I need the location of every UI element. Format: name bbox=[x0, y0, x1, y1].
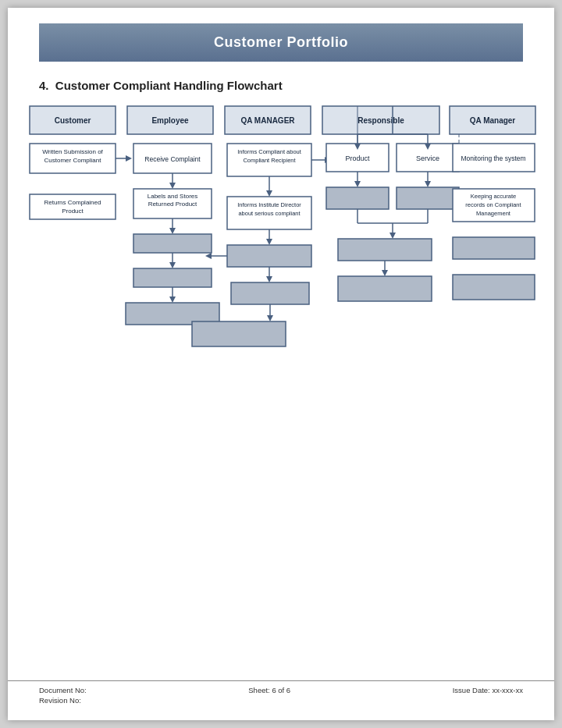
footer-left: Document No: Revision No: bbox=[39, 686, 87, 705]
svg-text:Keeping accurate: Keeping accurate bbox=[470, 193, 515, 200]
svg-rect-80 bbox=[338, 276, 432, 301]
svg-text:Responsible: Responsible bbox=[357, 116, 404, 125]
svg-text:Product: Product bbox=[62, 208, 84, 215]
sheet-label: Sheet: 6 of 6 bbox=[248, 686, 290, 694]
page: Customer Portfolio 4. Customer Compliant… bbox=[8, 8, 554, 720]
svg-text:Employee: Employee bbox=[151, 116, 189, 125]
svg-text:Informs Compliant about: Informs Compliant about bbox=[237, 148, 302, 155]
svg-text:Customer: Customer bbox=[54, 116, 91, 125]
svg-text:Management: Management bbox=[476, 210, 511, 217]
svg-marker-76 bbox=[389, 233, 396, 239]
flowchart-svg: Customer Employee QA MANAGER Responsible… bbox=[22, 105, 541, 362]
svg-text:Returns Complained: Returns Complained bbox=[44, 199, 101, 206]
svg-rect-54 bbox=[192, 321, 286, 346]
doc-no-label: Document No: bbox=[39, 686, 87, 694]
svg-text:Receive Complaint: Receive Complaint bbox=[144, 155, 201, 163]
header-title: Customer Portfolio bbox=[214, 34, 348, 50]
svg-text:QA MANAGER: QA MANAGER bbox=[240, 116, 295, 125]
revision-label: Revision No: bbox=[39, 696, 87, 705]
footer-center: Sheet: 6 of 6 bbox=[248, 686, 290, 705]
header-banner: Customer Portfolio bbox=[39, 23, 523, 62]
svg-marker-67 bbox=[354, 181, 361, 187]
svg-marker-70 bbox=[425, 181, 431, 187]
svg-marker-26 bbox=[169, 228, 176, 234]
svg-marker-53 bbox=[267, 315, 273, 321]
svg-marker-45 bbox=[266, 239, 272, 245]
footer-right: Issue Date: xx-xxx-xx bbox=[453, 686, 523, 705]
svg-text:Product: Product bbox=[345, 154, 370, 162]
svg-marker-32 bbox=[169, 297, 176, 303]
svg-text:records on Compliant: records on Compliant bbox=[465, 201, 521, 208]
svg-text:Written Submission of: Written Submission of bbox=[42, 148, 103, 155]
svg-marker-48 bbox=[266, 276, 272, 282]
svg-text:about serious compliant: about serious compliant bbox=[238, 210, 301, 217]
svg-rect-46 bbox=[227, 245, 311, 267]
svg-rect-87 bbox=[453, 237, 535, 259]
svg-marker-40 bbox=[266, 190, 272, 197]
svg-rect-30 bbox=[133, 268, 212, 287]
svg-text:Compliant Recipient: Compliant Recipient bbox=[243, 157, 296, 164]
footer: Document No: Revision No: Sheet: 6 of 6 … bbox=[8, 680, 554, 705]
svg-rect-15 bbox=[30, 194, 116, 219]
issue-label: Issue Date: xx-xxx-xx bbox=[453, 686, 523, 694]
svg-rect-71 bbox=[397, 187, 459, 209]
section-title: 4. Customer Compliant Handling Flowchart bbox=[39, 79, 523, 92]
svg-text:Customer Compliant: Customer Compliant bbox=[44, 157, 101, 164]
svg-text:Returned Product: Returned Product bbox=[148, 201, 197, 208]
svg-text:Monitoring the system: Monitoring the system bbox=[461, 154, 525, 162]
svg-text:Service: Service bbox=[415, 154, 439, 162]
svg-marker-79 bbox=[382, 270, 388, 276]
svg-rect-77 bbox=[338, 239, 432, 261]
svg-marker-21 bbox=[169, 183, 176, 189]
svg-text:QA Manager: QA Manager bbox=[469, 116, 515, 125]
svg-marker-50 bbox=[205, 253, 212, 259]
svg-rect-51 bbox=[231, 282, 309, 304]
svg-rect-88 bbox=[453, 275, 535, 300]
svg-rect-27 bbox=[133, 234, 212, 253]
svg-marker-29 bbox=[169, 262, 176, 268]
svg-text:Informs Institute Director: Informs Institute Director bbox=[237, 201, 301, 208]
svg-rect-68 bbox=[326, 187, 389, 209]
svg-text:Labels and Stores: Labels and Stores bbox=[147, 193, 197, 200]
svg-marker-14 bbox=[126, 155, 132, 162]
